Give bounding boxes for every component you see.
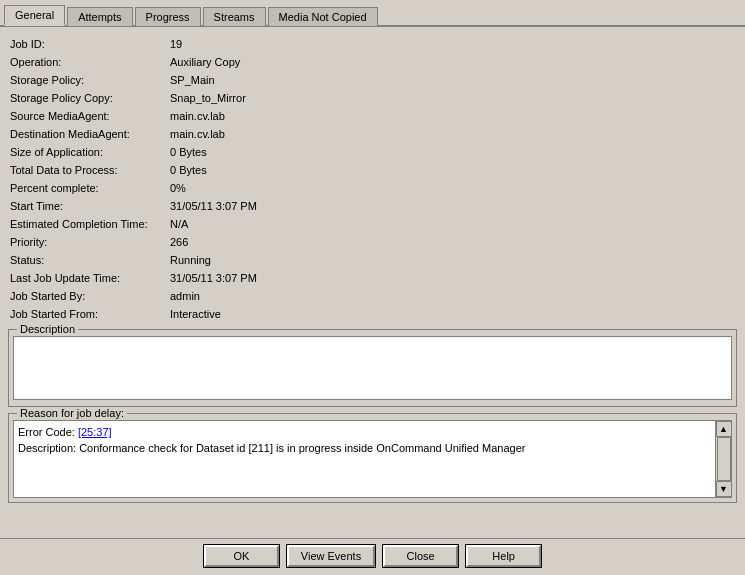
field-value: 31/05/11 3:07 PM [168,197,737,215]
table-row: Total Data to Process:0 Bytes [8,161,737,179]
table-row: Storage Policy Copy:Snap_to_Mirror [8,89,737,107]
fields-table: Job ID:19Operation:Auxiliary CopyStorage… [8,35,737,323]
scroll-up-button[interactable]: ▲ [716,421,732,437]
field-value: 19 [168,35,737,53]
tab-attempts[interactable]: Attempts [67,7,132,26]
content-area: Job ID:19Operation:Auxiliary CopyStorage… [0,27,745,538]
field-label: Last Job Update Time: [8,269,168,287]
table-row: Percent complete:0% [8,179,737,197]
field-value: 31/05/11 3:07 PM [168,269,737,287]
scroll-thumb[interactable] [717,437,731,481]
field-label: Job ID: [8,35,168,53]
close-button[interactable]: Close [383,545,458,567]
field-value: 0 Bytes [168,143,737,161]
table-row: Source MediaAgent:main.cv.lab [8,107,737,125]
field-value: SP_Main [168,71,737,89]
field-value: admin [168,287,737,305]
description-textarea[interactable] [13,336,732,400]
field-label: Total Data to Process: [8,161,168,179]
table-row: Storage Policy:SP_Main [8,71,737,89]
reason-text: Error Code: [25:37] Description: Conform… [14,421,715,497]
tab-streams[interactable]: Streams [203,7,266,26]
field-label: Priority: [8,233,168,251]
field-label: Source MediaAgent: [8,107,168,125]
description-legend: Description [17,323,78,335]
button-bar: OK View Events Close Help [0,538,745,575]
table-row: Status:Running [8,251,737,269]
field-label: Start Time: [8,197,168,215]
ok-button[interactable]: OK [204,545,279,567]
table-row: Job Started From:Interactive [8,305,737,323]
reason-line2: Description: Conformance check for Datas… [18,440,711,456]
field-label: Status: [8,251,168,269]
field-value: Snap_to_Mirror [168,89,737,107]
field-label: Percent complete: [8,179,168,197]
reason-group: Reason for job delay: Error Code: [25:37… [8,413,737,503]
error-code-link[interactable]: [25:37] [78,426,112,438]
table-row: Priority:266 [8,233,737,251]
table-row: Job ID:19 [8,35,737,53]
field-label: Job Started By: [8,287,168,305]
field-label: Storage Policy: [8,71,168,89]
scroll-down-button[interactable]: ▼ [716,481,732,497]
table-row: Destination MediaAgent:main.cv.lab [8,125,737,143]
tab-general[interactable]: General [4,5,65,26]
field-value: main.cv.lab [168,125,737,143]
table-row: Start Time:31/05/11 3:07 PM [8,197,737,215]
field-value: Auxiliary Copy [168,53,737,71]
field-value: 0% [168,179,737,197]
field-label: Operation: [8,53,168,71]
table-row: Operation:Auxiliary Copy [8,53,737,71]
field-value: Running [168,251,737,269]
field-value: 0 Bytes [168,161,737,179]
reason-scroll-area: Error Code: [25:37] Description: Conform… [13,420,732,498]
field-value: Interactive [168,305,737,323]
table-row: Last Job Update Time:31/05/11 3:07 PM [8,269,737,287]
field-label: Job Started From: [8,305,168,323]
description-group: Description [8,329,737,407]
tab-media-not-copied[interactable]: Media Not Copied [268,7,378,26]
dialog: General Attempts Progress Streams Media … [0,0,745,575]
help-button[interactable]: Help [466,545,541,567]
field-value: 266 [168,233,737,251]
error-code-prefix: Error Code: [18,426,78,438]
table-row: Estimated Completion Time:N/A [8,215,737,233]
reason-line1: Error Code: [25:37] [18,424,711,440]
table-row: Job Started By:admin [8,287,737,305]
tab-bar: General Attempts Progress Streams Media … [0,0,745,27]
field-label: Destination MediaAgent: [8,125,168,143]
table-row: Size of Application:0 Bytes [8,143,737,161]
field-value: N/A [168,215,737,233]
tab-progress[interactable]: Progress [135,7,201,26]
field-label: Size of Application: [8,143,168,161]
reason-legend: Reason for job delay: [17,407,127,419]
reason-scrollbar: ▲ ▼ [715,421,731,497]
view-events-button[interactable]: View Events [287,545,375,567]
field-label: Estimated Completion Time: [8,215,168,233]
field-value: main.cv.lab [168,107,737,125]
field-label: Storage Policy Copy: [8,89,168,107]
